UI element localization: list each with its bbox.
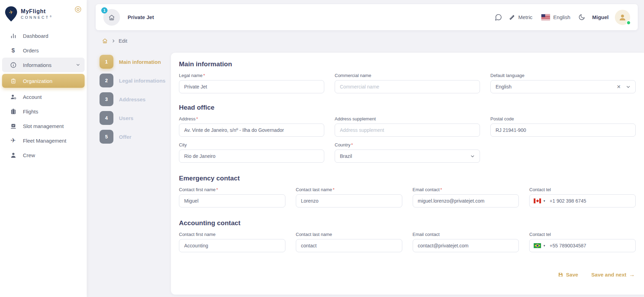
clipboard-icon xyxy=(9,78,17,84)
user-name: Miguel xyxy=(592,14,609,20)
step-label: Main information xyxy=(119,59,161,65)
avatar-person-icon xyxy=(618,13,627,22)
home-icon xyxy=(108,14,115,21)
sidebar-item-label: Fleet Management xyxy=(23,138,66,144)
section-title-main-information: Main information xyxy=(179,60,636,68)
brand-logo: ✈ MyFlight CONNECT® xyxy=(0,0,87,23)
emergency-first-name-input[interactable] xyxy=(179,194,285,207)
emergency-tel-input[interactable]: ▾ +1 902 398 6745 xyxy=(529,194,636,207)
field-label: Postal code xyxy=(490,116,514,121)
field-emergency-tel: Contact tel ▾ +1 902 398 6745 xyxy=(529,187,636,207)
postal-code-input[interactable] xyxy=(490,124,636,137)
field-country: Country* Brazil xyxy=(335,142,480,163)
step-addresses[interactable]: 3 Addresses xyxy=(100,92,174,106)
sidebar-item-account[interactable]: Account xyxy=(2,90,85,104)
default-language-select[interactable]: English ✕ xyxy=(490,80,636,93)
field-emergency-first-name: Contact first name* xyxy=(179,187,285,207)
emergency-last-name-input[interactable] xyxy=(296,194,402,207)
sidebar-item-informations[interactable]: Informations xyxy=(2,58,85,72)
accounting-last-name-input[interactable] xyxy=(296,239,402,252)
step-main-information[interactable]: 1 Main information xyxy=(100,55,174,69)
step-users[interactable]: 4 Users xyxy=(100,111,174,125)
sidebar-item-label: Orders xyxy=(23,48,39,53)
city-input[interactable] xyxy=(179,150,324,163)
accounting-tel-input[interactable]: ▾ +55 7890034587 xyxy=(529,239,636,252)
organization-edit-form: Main information Legal name* Commercial … xyxy=(171,53,644,295)
chevron-down-icon xyxy=(470,154,475,159)
empty-cell xyxy=(490,142,636,163)
commercial-name-input[interactable] xyxy=(335,80,480,93)
save-button[interactable]: Save xyxy=(558,272,578,278)
step-number: 2 xyxy=(100,74,113,87)
chat-button[interactable] xyxy=(495,14,502,21)
address-input[interactable] xyxy=(179,124,324,137)
topbar-actions: Metric English Miguel xyxy=(495,10,630,25)
sidebar-item-organization[interactable]: Organization xyxy=(2,74,85,88)
online-status-dot xyxy=(626,20,631,25)
dark-mode-toggle[interactable] xyxy=(578,14,585,21)
emergency-email-input[interactable] xyxy=(413,194,519,207)
field-label: Address supplement xyxy=(335,116,376,121)
accounting-email-input[interactable] xyxy=(413,239,519,252)
step-offer[interactable]: 5 Offer xyxy=(100,130,174,144)
selected-value: English xyxy=(496,84,512,90)
selected-value: Brazil xyxy=(340,153,352,159)
step-legal-informations[interactable]: 2 Legal informations xyxy=(100,74,174,87)
sidebar: ✈ MyFlight CONNECT® Dashboard xyxy=(0,0,87,297)
sidebar-item-flights[interactable]: Flights xyxy=(2,104,85,119)
tel-value: +55 7890034587 xyxy=(550,243,586,248)
user-icon xyxy=(9,152,17,159)
address-supplement-input[interactable] xyxy=(335,124,480,137)
breadcrumb-home-link[interactable] xyxy=(102,37,108,44)
caret-down-icon: ▾ xyxy=(543,244,545,247)
briefcase-icon xyxy=(9,108,17,115)
sidebar-collapse-toggle[interactable] xyxy=(74,6,82,13)
user-gear-icon xyxy=(9,94,17,100)
moon-icon xyxy=(578,14,585,21)
step-number: 1 xyxy=(100,55,113,69)
step-label: Addresses xyxy=(119,96,146,102)
field-address: Address* xyxy=(179,116,324,137)
sidebar-item-orders[interactable]: $ Orders xyxy=(2,43,85,58)
field-city: City xyxy=(179,142,324,163)
form-footer-actions: Save Save and next → xyxy=(179,272,636,278)
inbox-check-icon xyxy=(9,123,17,129)
field-label: Contact first name xyxy=(179,232,216,237)
canada-flag-icon[interactable] xyxy=(534,198,541,203)
required-asterisk: * xyxy=(216,187,218,192)
topbar: 1 Private Jet Metric English xyxy=(96,4,638,30)
breadcrumb-current: Edit xyxy=(119,38,127,44)
brazil-flag-icon[interactable] xyxy=(534,243,541,248)
sidebar-item-fleet-management[interactable]: ✈ Fleet Management xyxy=(2,133,85,148)
legal-name-input[interactable] xyxy=(179,80,324,93)
sidebar-item-dashboard[interactable]: Dashboard xyxy=(2,28,85,43)
language-selector[interactable]: English xyxy=(541,14,570,20)
unit-system-toggle[interactable]: Metric xyxy=(508,14,532,21)
field-postal-code: Postal code xyxy=(490,116,636,137)
country-select[interactable]: Brazil xyxy=(335,150,480,163)
field-label: Contact tel xyxy=(529,187,551,192)
tel-value: +1 902 398 6745 xyxy=(550,198,586,204)
accounting-first-name-input[interactable] xyxy=(179,239,285,252)
registered-mark: ® xyxy=(50,15,51,18)
notification-badge: 1 xyxy=(101,7,108,14)
sidebar-item-label: Dashboard xyxy=(23,33,48,39)
required-asterisk: * xyxy=(203,73,205,78)
brand-name: MyFlight xyxy=(21,8,52,15)
field-accounting-email: Email contact xyxy=(413,232,519,252)
save-and-next-button[interactable]: Save and next → xyxy=(591,272,635,278)
save-button-label: Save xyxy=(566,272,578,278)
chevron-down-icon xyxy=(76,62,80,67)
organization-home-tab[interactable]: 1 xyxy=(103,9,120,26)
field-label: Email contact xyxy=(413,232,440,237)
home-icon xyxy=(102,37,108,44)
pin-plane-logo-icon: ✈ xyxy=(4,6,18,22)
sidebar-item-crew[interactable]: Crew xyxy=(2,148,85,162)
sidebar-item-slot-management[interactable]: Slot management xyxy=(2,119,85,133)
field-label: Legal name xyxy=(179,73,203,78)
field-label: Contact tel xyxy=(529,232,551,237)
step-label: Offer xyxy=(119,134,131,140)
user-avatar[interactable] xyxy=(615,10,630,25)
clear-icon[interactable]: ✕ xyxy=(617,84,621,89)
sidebar-item-label: Slot management xyxy=(23,123,64,129)
